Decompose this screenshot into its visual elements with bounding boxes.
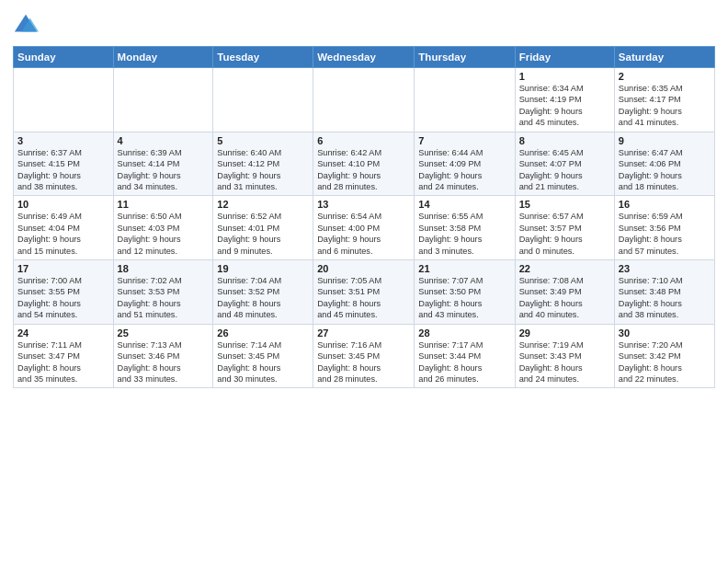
day-number: 11 — [118, 199, 210, 210]
calendar-cell: 22Sunrise: 7:08 AM Sunset: 3:49 PM Dayli… — [515, 260, 614, 325]
day-number: 26 — [217, 327, 309, 339]
calendar-cell: 19Sunrise: 7:04 AM Sunset: 3:52 PM Dayli… — [213, 260, 313, 325]
calendar: SundayMondayTuesdayWednesdayThursdayFrid… — [13, 46, 715, 388]
day-number: 9 — [619, 135, 711, 146]
day-number: 24 — [17, 327, 109, 339]
calendar-week-row: 1Sunrise: 6:34 AM Sunset: 4:19 PM Daylig… — [14, 68, 715, 132]
calendar-cell: 9Sunrise: 6:47 AM Sunset: 4:06 PM Daylig… — [614, 132, 714, 196]
day-info: Sunrise: 7:13 AM Sunset: 3:46 PM Dayligh… — [118, 339, 210, 385]
calendar-week-row: 10Sunrise: 6:49 AM Sunset: 4:04 PM Dayli… — [14, 196, 715, 260]
calendar-cell — [213, 68, 313, 132]
calendar-cell: 18Sunrise: 7:02 AM Sunset: 3:53 PM Dayli… — [113, 260, 213, 325]
calendar-cell: 7Sunrise: 6:44 AM Sunset: 4:09 PM Daylig… — [415, 132, 515, 196]
logo-icon — [13, 13, 39, 39]
day-info: Sunrise: 7:08 AM Sunset: 3:49 PM Dayligh… — [519, 275, 610, 321]
calendar-cell — [415, 68, 515, 132]
day-number: 19 — [217, 263, 309, 274]
day-info: Sunrise: 6:45 AM Sunset: 4:07 PM Dayligh… — [519, 147, 610, 193]
day-info: Sunrise: 7:20 AM Sunset: 3:42 PM Dayligh… — [619, 339, 711, 385]
day-number: 1 — [519, 71, 610, 82]
weekday-header: Wednesday — [313, 47, 415, 68]
day-number: 18 — [118, 263, 210, 274]
day-info: Sunrise: 7:00 AM Sunset: 3:55 PM Dayligh… — [17, 275, 109, 321]
calendar-header-row: SundayMondayTuesdayWednesdayThursdayFrid… — [14, 47, 715, 68]
day-number: 5 — [217, 135, 309, 146]
calendar-week-row: 17Sunrise: 7:00 AM Sunset: 3:55 PM Dayli… — [14, 260, 715, 325]
day-number: 4 — [118, 135, 210, 146]
weekday-header: Saturday — [614, 47, 714, 68]
day-info: Sunrise: 7:17 AM Sunset: 3:44 PM Dayligh… — [418, 339, 510, 385]
day-info: Sunrise: 7:04 AM Sunset: 3:52 PM Dayligh… — [217, 275, 309, 321]
day-number: 30 — [619, 327, 711, 339]
calendar-cell: 1Sunrise: 6:34 AM Sunset: 4:19 PM Daylig… — [515, 68, 614, 132]
day-info: Sunrise: 6:35 AM Sunset: 4:17 PM Dayligh… — [619, 83, 711, 129]
day-number: 29 — [519, 327, 610, 339]
day-info: Sunrise: 6:39 AM Sunset: 4:14 PM Dayligh… — [118, 147, 210, 193]
calendar-cell: 6Sunrise: 6:42 AM Sunset: 4:10 PM Daylig… — [313, 132, 415, 196]
day-number: 23 — [619, 263, 711, 274]
day-number: 15 — [519, 199, 610, 210]
day-number: 2 — [619, 71, 711, 82]
calendar-cell: 24Sunrise: 7:11 AM Sunset: 3:47 PM Dayli… — [14, 324, 114, 388]
day-info: Sunrise: 7:05 AM Sunset: 3:51 PM Dayligh… — [317, 275, 410, 321]
day-number: 14 — [418, 199, 510, 210]
day-info: Sunrise: 6:44 AM Sunset: 4:09 PM Dayligh… — [418, 147, 510, 193]
calendar-cell: 8Sunrise: 6:45 AM Sunset: 4:07 PM Daylig… — [515, 132, 614, 196]
calendar-cell: 12Sunrise: 6:52 AM Sunset: 4:01 PM Dayli… — [213, 196, 313, 260]
calendar-week-row: 3Sunrise: 6:37 AM Sunset: 4:15 PM Daylig… — [14, 132, 715, 196]
calendar-cell: 23Sunrise: 7:10 AM Sunset: 3:48 PM Dayli… — [614, 260, 714, 325]
day-number: 7 — [418, 135, 510, 146]
calendar-cell — [14, 68, 114, 132]
calendar-cell: 28Sunrise: 7:17 AM Sunset: 3:44 PM Dayli… — [415, 324, 515, 388]
day-info: Sunrise: 6:57 AM Sunset: 3:57 PM Dayligh… — [519, 211, 610, 257]
day-info: Sunrise: 7:19 AM Sunset: 3:43 PM Dayligh… — [519, 339, 610, 385]
day-info: Sunrise: 6:54 AM Sunset: 4:00 PM Dayligh… — [317, 211, 410, 257]
day-number: 21 — [418, 263, 510, 274]
calendar-cell: 10Sunrise: 6:49 AM Sunset: 4:04 PM Dayli… — [14, 196, 114, 260]
calendar-cell: 20Sunrise: 7:05 AM Sunset: 3:51 PM Dayli… — [313, 260, 415, 325]
weekday-header: Tuesday — [213, 47, 313, 68]
calendar-cell: 4Sunrise: 6:39 AM Sunset: 4:14 PM Daylig… — [113, 132, 213, 196]
day-number: 12 — [217, 199, 309, 210]
day-number: 20 — [317, 263, 410, 274]
day-number: 8 — [519, 135, 610, 146]
day-info: Sunrise: 6:59 AM Sunset: 3:56 PM Dayligh… — [619, 211, 711, 257]
day-info: Sunrise: 6:50 AM Sunset: 4:03 PM Dayligh… — [118, 211, 210, 257]
calendar-cell: 15Sunrise: 6:57 AM Sunset: 3:57 PM Dayli… — [515, 196, 614, 260]
day-info: Sunrise: 7:10 AM Sunset: 3:48 PM Dayligh… — [619, 275, 711, 321]
day-info: Sunrise: 6:52 AM Sunset: 4:01 PM Dayligh… — [217, 211, 309, 257]
day-info: Sunrise: 7:14 AM Sunset: 3:45 PM Dayligh… — [217, 339, 309, 385]
calendar-cell: 11Sunrise: 6:50 AM Sunset: 4:03 PM Dayli… — [113, 196, 213, 260]
day-number: 6 — [317, 135, 410, 146]
calendar-cell: 30Sunrise: 7:20 AM Sunset: 3:42 PM Dayli… — [614, 324, 714, 388]
day-number: 13 — [317, 199, 410, 210]
calendar-cell: 21Sunrise: 7:07 AM Sunset: 3:50 PM Dayli… — [415, 260, 515, 325]
calendar-cell: 5Sunrise: 6:40 AM Sunset: 4:12 PM Daylig… — [213, 132, 313, 196]
calendar-cell: 25Sunrise: 7:13 AM Sunset: 3:46 PM Dayli… — [113, 324, 213, 388]
day-info: Sunrise: 6:40 AM Sunset: 4:12 PM Dayligh… — [217, 147, 309, 193]
weekday-header: Sunday — [14, 47, 114, 68]
weekday-header: Friday — [515, 47, 614, 68]
weekday-header: Thursday — [415, 47, 515, 68]
calendar-cell — [313, 68, 415, 132]
calendar-cell — [113, 68, 213, 132]
calendar-week-row: 24Sunrise: 7:11 AM Sunset: 3:47 PM Dayli… — [14, 324, 715, 388]
calendar-cell: 17Sunrise: 7:00 AM Sunset: 3:55 PM Dayli… — [14, 260, 114, 325]
day-number: 28 — [418, 327, 510, 339]
logo — [13, 13, 40, 39]
day-info: Sunrise: 6:49 AM Sunset: 4:04 PM Dayligh… — [17, 211, 109, 257]
day-number: 17 — [17, 263, 109, 274]
day-number: 10 — [17, 199, 109, 210]
day-info: Sunrise: 6:55 AM Sunset: 3:58 PM Dayligh… — [418, 211, 510, 257]
calendar-cell: 3Sunrise: 6:37 AM Sunset: 4:15 PM Daylig… — [14, 132, 114, 196]
day-info: Sunrise: 6:42 AM Sunset: 4:10 PM Dayligh… — [317, 147, 410, 193]
calendar-cell: 14Sunrise: 6:55 AM Sunset: 3:58 PM Dayli… — [415, 196, 515, 260]
day-info: Sunrise: 6:34 AM Sunset: 4:19 PM Dayligh… — [519, 83, 610, 129]
calendar-cell: 29Sunrise: 7:19 AM Sunset: 3:43 PM Dayli… — [515, 324, 614, 388]
day-info: Sunrise: 7:07 AM Sunset: 3:50 PM Dayligh… — [418, 275, 510, 321]
calendar-cell: 2Sunrise: 6:35 AM Sunset: 4:17 PM Daylig… — [614, 68, 714, 132]
day-number: 22 — [519, 263, 610, 274]
calendar-cell: 27Sunrise: 7:16 AM Sunset: 3:45 PM Dayli… — [313, 324, 415, 388]
day-info: Sunrise: 7:16 AM Sunset: 3:45 PM Dayligh… — [317, 339, 410, 385]
day-info: Sunrise: 7:11 AM Sunset: 3:47 PM Dayligh… — [17, 339, 109, 385]
